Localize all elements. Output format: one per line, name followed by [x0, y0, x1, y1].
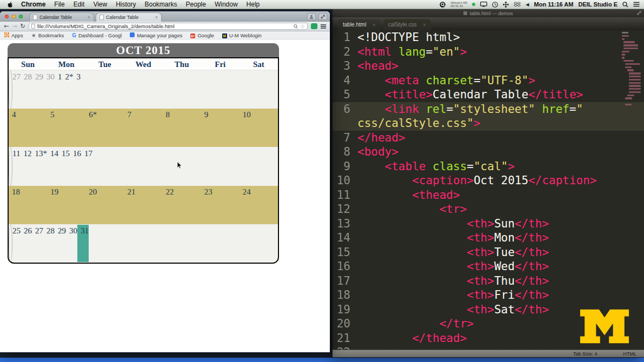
tab-close-icon[interactable]: ×: [88, 15, 90, 20]
code-line-22[interactable]: 22: [333, 345, 644, 350]
bookmark-dashboard-googl[interactable]: GDashboard - Googl: [72, 32, 122, 38]
menu-bookmarks[interactable]: Bookmarks: [145, 1, 177, 8]
code-line-3[interactable]: 3<head>: [333, 59, 644, 73]
code-line-4[interactable]: 4 <meta charset="UTF-8">: [333, 73, 644, 88]
bookmark-apps[interactable]: Apps: [4, 32, 23, 38]
code-text: <head>: [355, 59, 399, 73]
code-editor-area[interactable]: 1<!DOCTYPE html>2<html lang="en">3<head>…: [333, 30, 644, 350]
browser-tab-1[interactable]: Calendar Table ×: [29, 12, 94, 22]
calendar-cell-12: 12: [20, 148, 31, 185]
menubar-clock[interactable]: Mon 11:16 AM: [534, 1, 574, 8]
code-line-18[interactable]: 18 <th>Fri</th>: [333, 288, 644, 303]
reload-button[interactable]: ↻: [20, 23, 25, 29]
code-line-7[interactable]: 7</head>: [333, 131, 644, 145]
code-line-1[interactable]: 1<!DOCTYPE html>: [333, 30, 644, 45]
code-line-5[interactable]: 5 <title>Calendar Table</title>: [333, 88, 644, 102]
menu-window[interactable]: Window: [215, 1, 238, 8]
calendar-cell-27: 27: [9, 71, 21, 108]
close-window-button[interactable]: [5, 15, 9, 18]
back-button[interactable]: ←: [4, 23, 9, 29]
hangouts-extension-icon[interactable]: [311, 23, 317, 29]
tab-size-indicator[interactable]: Tab Size: 4: [573, 351, 597, 357]
screen-recorder-icon[interactable]: [440, 2, 446, 8]
editor-tab-calstyle-css[interactable]: calStyle.css ×: [383, 19, 431, 30]
chrome-toolbar: ← → ↻ file:///Volumes/MDIG_Camera_Origin…: [0, 22, 330, 31]
menu-view[interactable]: View: [93, 1, 107, 8]
code-line-10[interactable]: 10 <caption>Oct 2015</caption>: [333, 173, 644, 188]
minimap-line: [625, 104, 632, 105]
bookmark-manage-your-pages[interactable]: Manage your pages: [130, 32, 182, 38]
calendar-cell-24: 24: [240, 186, 278, 224]
menu-people[interactable]: People: [186, 1, 206, 8]
tab-close-icon[interactable]: ×: [423, 22, 426, 28]
calendar-cell-5: 5: [47, 109, 85, 147]
menu-history[interactable]: History: [116, 1, 136, 8]
menu-help[interactable]: Help: [247, 1, 260, 8]
fullscreen-expand-icon[interactable]: [318, 13, 327, 20]
search-icon[interactable]: [294, 24, 298, 29]
code-line-8[interactable]: 8<body>: [333, 145, 644, 159]
editor-minimap[interactable]: [622, 32, 642, 105]
code-line-12[interactable]: 12 <tr>: [333, 202, 644, 217]
bookmark-label: Manage your pages: [137, 32, 182, 38]
code-text: <tr>: [355, 202, 467, 217]
page-content: OCT 2015 SunMonTueWedThuFriSat 272829301…: [0, 39, 330, 352]
url-text[interactable]: file:///Volumes/MDIG_Camera_Originals_2/…: [37, 23, 291, 29]
code-line-13[interactable]: 13 <th>Sun</th>: [333, 217, 644, 231]
code-line-15[interactable]: 15 <th>Tue</th>: [333, 245, 644, 260]
browser-tab-2-active[interactable]: Calendar Table ×: [96, 12, 162, 22]
line-number: 22: [333, 345, 355, 350]
code-line-wrap[interactable]: css/calStyle.css">: [333, 116, 644, 131]
address-bar[interactable]: file:///Volumes/MDIG_Camera_Originals_2/…: [29, 23, 308, 30]
dropbox-icon[interactable]: [514, 2, 521, 8]
code-text: </tr>: [355, 317, 474, 331]
minimap-line: [629, 85, 641, 86]
star-icon: ★: [31, 32, 36, 38]
menubar-account[interactable]: DEIL Studio E: [578, 1, 618, 8]
zoom-window-button[interactable]: [19, 15, 23, 18]
minimap-line: [623, 60, 633, 62]
code-line-6[interactable]: 6 <link rel="stylesheet" href=": [333, 102, 644, 117]
bookmark-star-icon[interactable]: ☆: [300, 23, 305, 29]
calendar-weeks: 2728293012*3456*78910111213*141516171819…: [9, 70, 278, 263]
spotlight-search-icon[interactable]: [622, 2, 628, 8]
clock-menu-icon[interactable]: [492, 2, 498, 8]
mouse-cursor: [177, 162, 182, 171]
notification-center-icon[interactable]: [633, 2, 640, 7]
menu-file[interactable]: File: [54, 1, 64, 8]
syntax-indicator[interactable]: HTML: [623, 351, 637, 357]
menu-edit[interactable]: Edit: [74, 1, 85, 8]
chrome-menu-icon[interactable]: [321, 24, 326, 29]
move-tool-icon[interactable]: [503, 2, 509, 8]
minimize-window-button[interactable]: [12, 15, 16, 18]
line-number: 2: [333, 45, 355, 59]
tab-close-icon[interactable]: ×: [373, 22, 375, 28]
code-lines: 1<!DOCTYPE html>2<html lang="en">3<head>…: [333, 30, 644, 350]
display-mirroring-icon[interactable]: [480, 2, 487, 7]
calendar-cell-18: 18: [9, 186, 47, 224]
bookmark-u-m-weblogin[interactable]: MU-M Weblogin: [222, 32, 262, 38]
editor-tab-table-html[interactable]: table.html ×: [338, 19, 381, 30]
code-line-14[interactable]: 14 <th>Mon</th>: [333, 231, 644, 245]
tab-close-icon[interactable]: ×: [155, 15, 158, 20]
code-line-2[interactable]: 2<html lang="en">: [333, 45, 644, 59]
resize-window-icon[interactable]: [637, 11, 641, 16]
editor-window-title: table.html — demos: [469, 11, 513, 16]
bookmark-google[interactable]: g+Google: [190, 32, 214, 38]
forward-button[interactable]: →: [12, 23, 17, 29]
minimap-line: [623, 44, 638, 46]
arrow-left-icon[interactable]: ◀: [526, 2, 529, 7]
calendar-cell-25: 25: [9, 225, 21, 262]
code-line-9[interactable]: 9 <table class="cal">: [333, 159, 644, 174]
profile-avatar-icon[interactable]: [307, 13, 316, 20]
calendar-cell-11: 11: [9, 148, 20, 185]
code-line-11[interactable]: 11 <thead>: [333, 188, 644, 203]
apple-menu-icon[interactable]: [6, 1, 12, 8]
line-number: 21: [333, 331, 355, 346]
menu-app-name[interactable]: Chrome: [21, 1, 45, 8]
bookmark-bookmarks[interactable]: ★Bookmarks: [31, 32, 64, 38]
code-line-17[interactable]: 17 <th>Thu</th>: [333, 274, 644, 289]
umich-icon: M: [222, 32, 227, 38]
code-line-16[interactable]: 16 <th>Wed</th>: [333, 259, 644, 274]
day-header-fri: Fri: [201, 58, 240, 70]
